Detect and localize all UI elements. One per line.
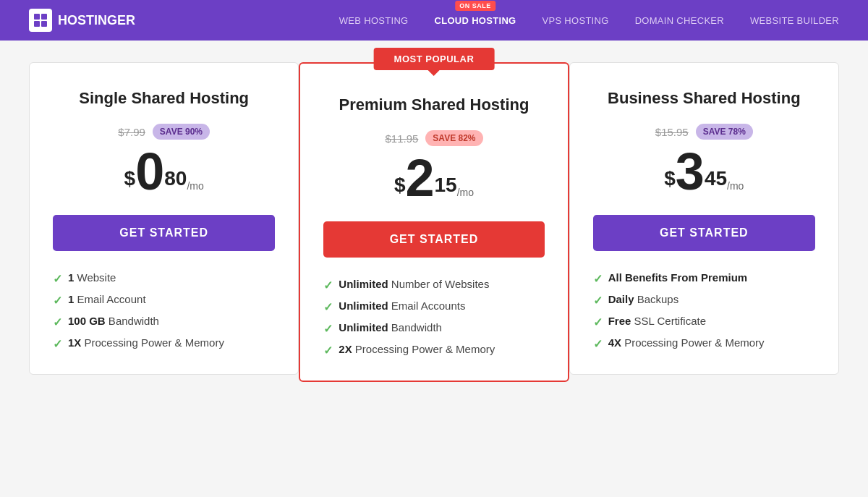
feature-business-4: ✓ 4X Processing Power & Memory bbox=[593, 336, 815, 351]
plan-premium-title: Premium Shared Hosting bbox=[323, 95, 544, 114]
plan-premium-decimal: 15 bbox=[435, 174, 457, 196]
check-icon-p2: ✓ bbox=[323, 300, 333, 314]
check-icon-b2: ✓ bbox=[593, 294, 603, 307]
plan-business-save-badge: SAVE 78% bbox=[696, 124, 753, 140]
plan-premium-price: $215/mo bbox=[323, 152, 544, 204]
plan-premium-features: ✓ Unlimited Number of Websites ✓ Unlimit… bbox=[323, 278, 544, 357]
nav-item-website-builder[interactable]: WEBSITE BUILDER bbox=[750, 14, 839, 27]
feature-business-3: ✓ Free SSL Certificate bbox=[593, 315, 815, 329]
plan-business-cta[interactable]: GET STARTED bbox=[593, 215, 815, 251]
plan-premium-dollar: $ bbox=[394, 174, 406, 196]
most-popular-badge: MOST POPULAR bbox=[374, 48, 495, 70]
check-icon-b3: ✓ bbox=[593, 315, 603, 329]
plan-single-features: ✓ 1 Website ✓ 1 Email Account ✓ 100 GB B… bbox=[53, 271, 275, 351]
on-sale-badge: ON SALE bbox=[455, 1, 495, 11]
nav-links: WEB HOSTING ON SALE CLOUD HOSTING VPS HO… bbox=[339, 14, 839, 27]
plan-single-period: /mo bbox=[187, 180, 203, 192]
feature-business-1: ✓ All Benefits From Premium bbox=[593, 271, 815, 286]
logo-icon bbox=[29, 9, 52, 32]
plan-single-cta[interactable]: GET STARTED bbox=[53, 215, 275, 251]
plan-business-title: Business Shared Hosting bbox=[593, 89, 815, 108]
svg-rect-0 bbox=[34, 14, 40, 20]
main-content: Single Shared Hosting $7.99 SAVE 90% $08… bbox=[0, 41, 868, 411]
nav-link-vps-hosting[interactable]: VPS HOSTING bbox=[542, 15, 608, 26]
feature-premium-2: ✓ Unlimited Email Accounts bbox=[323, 300, 544, 314]
plan-premium-original-price: $11.95 bbox=[385, 132, 418, 145]
plan-single-original-price-row: $7.99 SAVE 90% bbox=[53, 124, 275, 140]
plan-single-title: Single Shared Hosting bbox=[53, 89, 275, 108]
plan-business-decimal: 45 bbox=[705, 167, 727, 190]
nav-item-vps-hosting[interactable]: VPS HOSTING bbox=[542, 14, 608, 27]
nav-link-web-hosting[interactable]: WEB HOSTING bbox=[339, 15, 409, 26]
plan-business-period: /mo bbox=[727, 180, 744, 192]
nav-item-cloud-hosting[interactable]: ON SALE CLOUD HOSTING bbox=[435, 14, 516, 27]
plan-business-original-price: $15.95 bbox=[655, 126, 689, 138]
plan-single-main: 0 bbox=[135, 143, 164, 200]
nav-link-cloud-hosting[interactable]: CLOUD HOSTING bbox=[435, 15, 516, 26]
plan-premium-period: /mo bbox=[457, 187, 474, 198]
pricing-grid: Single Shared Hosting $7.99 SAVE 90% $08… bbox=[29, 62, 839, 382]
feature-premium-3: ✓ Unlimited Bandwidth bbox=[323, 321, 544, 336]
plan-single-dollar: $ bbox=[124, 167, 136, 190]
check-icon-b1: ✓ bbox=[593, 272, 603, 286]
feature-single-4: ✓ 1X Processing Power & Memory bbox=[53, 336, 275, 351]
navbar: HOSTINGER WEB HOSTING ON SALE CLOUD HOST… bbox=[0, 0, 868, 41]
feature-single-1: ✓ 1 Website bbox=[53, 271, 275, 286]
nav-item-domain-checker[interactable]: DOMAIN CHECKER bbox=[635, 14, 724, 27]
plan-premium-save-badge: SAVE 82% bbox=[425, 130, 482, 146]
plan-business-price: $345/mo bbox=[593, 145, 815, 197]
plan-premium: MOST POPULAR Premium Shared Hosting $11.… bbox=[299, 62, 569, 382]
check-icon-4: ✓ bbox=[53, 337, 62, 351]
feature-premium-4: ✓ 2X Processing Power & Memory bbox=[323, 343, 544, 357]
check-icon-3: ✓ bbox=[53, 315, 62, 329]
feature-single-3: ✓ 100 GB Bandwidth bbox=[53, 315, 275, 329]
svg-rect-2 bbox=[34, 21, 40, 27]
plan-business-features: ✓ All Benefits From Premium ✓ Daily Back… bbox=[593, 271, 815, 351]
nav-link-domain-checker[interactable]: DOMAIN CHECKER bbox=[635, 15, 724, 26]
plan-single-original-price: $7.99 bbox=[118, 126, 145, 138]
check-icon-p1: ✓ bbox=[323, 279, 333, 292]
feature-single-2: ✓ 1 Email Account bbox=[53, 293, 275, 307]
nav-item-web-hosting[interactable]: WEB HOSTING bbox=[339, 14, 409, 27]
logo[interactable]: HOSTINGER bbox=[29, 9, 135, 32]
check-icon-p4: ✓ bbox=[323, 344, 333, 357]
plan-business-main: 3 bbox=[676, 143, 705, 200]
nav-link-website-builder[interactable]: WEBSITE BUILDER bbox=[750, 15, 839, 26]
plan-premium-cta[interactable]: GET STARTED bbox=[323, 221, 544, 258]
feature-premium-1: ✓ Unlimited Number of Websites bbox=[323, 278, 544, 292]
check-icon-1: ✓ bbox=[53, 272, 62, 286]
feature-business-2: ✓ Daily Backups bbox=[593, 293, 815, 307]
svg-rect-3 bbox=[41, 21, 47, 27]
check-icon-p3: ✓ bbox=[323, 322, 333, 336]
plan-single-save-badge: SAVE 90% bbox=[153, 124, 210, 140]
check-icon-b4: ✓ bbox=[593, 337, 603, 351]
plan-business-dollar: $ bbox=[664, 167, 676, 190]
plan-single-decimal: 80 bbox=[164, 167, 187, 190]
plan-business-original-price-row: $15.95 SAVE 78% bbox=[593, 124, 815, 140]
svg-rect-1 bbox=[41, 14, 47, 20]
plan-single: Single Shared Hosting $7.99 SAVE 90% $08… bbox=[29, 62, 299, 375]
plan-business: Business Shared Hosting $15.95 SAVE 78% … bbox=[569, 62, 839, 375]
plan-premium-main: 2 bbox=[406, 149, 435, 207]
check-icon-2: ✓ bbox=[53, 294, 62, 307]
plan-premium-original-price-row: $11.95 SAVE 82% bbox=[323, 130, 544, 146]
logo-text: HOSTINGER bbox=[58, 13, 135, 28]
plan-single-price: $080/mo bbox=[53, 145, 275, 197]
